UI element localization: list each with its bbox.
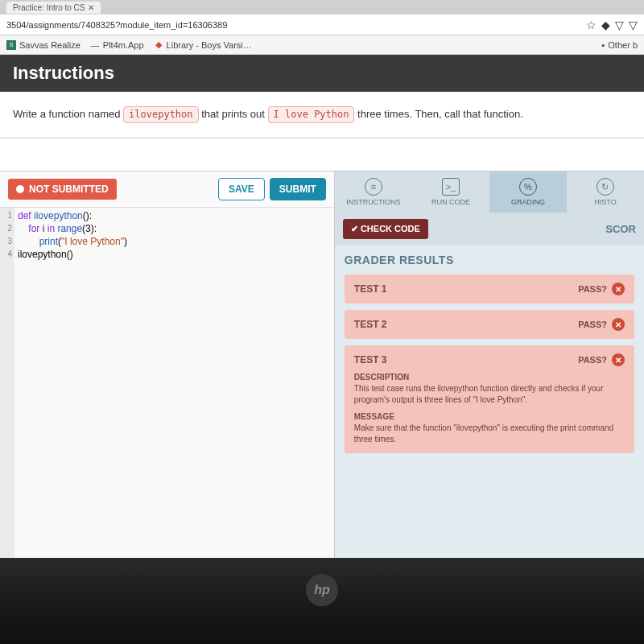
results-title: GRADER RESULTS bbox=[345, 254, 634, 266]
page-header: Instructions bbox=[0, 55, 644, 92]
tab-run-code[interactable]: >_ RUN CODE bbox=[412, 171, 489, 213]
status-badge: NOT SUBMITTED bbox=[8, 179, 117, 200]
close-icon[interactable]: ✕ bbox=[88, 3, 94, 12]
test-row[interactable]: TEST 1 PASS? ✕ bbox=[345, 275, 634, 303]
description-text: This test case runs the ilovepython func… bbox=[354, 383, 625, 406]
instructions-text: Write a function named ilovepython that … bbox=[0, 92, 644, 138]
result-tabs: ≡ INSTRUCTIONS >_ RUN CODE % GRADING ↻ H… bbox=[335, 171, 644, 213]
folder-icon: ▪ bbox=[601, 40, 605, 50]
test-name: TEST 1 bbox=[354, 283, 387, 295]
tab-instructions[interactable]: ≡ INSTRUCTIONS bbox=[335, 171, 412, 213]
tab-grading[interactable]: % GRADING bbox=[489, 171, 567, 213]
tab-title: Practice: Intro to CS bbox=[13, 3, 85, 12]
test-row[interactable]: TEST 2 PASS? ✕ bbox=[345, 310, 634, 339]
save-button[interactable]: SAVE bbox=[218, 178, 265, 200]
message-label: MESSAGE bbox=[354, 412, 625, 421]
description-label: DESCRIPTION bbox=[354, 373, 625, 382]
percent-icon: % bbox=[519, 178, 537, 196]
page-title: Instructions bbox=[13, 63, 631, 84]
code-chip: ilovepython bbox=[123, 106, 198, 123]
check-code-button[interactable]: ✔ CHECK CODE bbox=[343, 219, 428, 239]
status-dot-icon bbox=[16, 185, 24, 193]
line-gutter: 1 2 3 4 bbox=[0, 208, 14, 558]
bookmark-icon: ◆ bbox=[154, 40, 163, 50]
download-icon[interactable]: ▽ bbox=[629, 19, 638, 31]
fail-icon: ✕ bbox=[612, 353, 625, 366]
url-text: 3504/assignments/7408325?module_item_id=… bbox=[6, 20, 586, 30]
fail-icon: ✕ bbox=[612, 283, 625, 295]
history-icon: ↻ bbox=[597, 178, 614, 196]
bookmark-savvas[interactable]: S Savvas Realize bbox=[6, 40, 80, 50]
hp-logo: hp bbox=[306, 574, 338, 606]
code-content[interactable]: def ilovepython(): for i in range(3): pr… bbox=[14, 208, 130, 558]
other-bookmarks[interactable]: ▪ Other b bbox=[601, 40, 638, 50]
laptop-bezel: hp bbox=[0, 558, 644, 644]
bookmark-library[interactable]: ◆ Library - Boys Varsi… bbox=[154, 40, 252, 50]
bookmarks-bar: S Savvas Realize — Plt4m.App ◆ Library -… bbox=[0, 35, 644, 55]
bookmark-plt4m[interactable]: — Plt4m.App bbox=[90, 40, 144, 50]
terminal-icon: >_ bbox=[442, 178, 460, 196]
test-row[interactable]: TEST 3 PASS? ✕ DESCRIPTION This test cas… bbox=[345, 345, 634, 453]
score-label: SCOR bbox=[605, 223, 636, 235]
address-bar[interactable]: 3504/assignments/7408325?module_item_id=… bbox=[0, 14, 644, 35]
browser-tab[interactable]: Practice: Intro to CS ✕ bbox=[6, 2, 101, 14]
info-icon: ≡ bbox=[365, 178, 382, 196]
test-name: TEST 2 bbox=[354, 319, 387, 330]
code-chip: I love Python bbox=[268, 106, 355, 123]
star-icon[interactable]: ☆ bbox=[586, 19, 597, 31]
test-name: TEST 3 bbox=[354, 354, 387, 365]
extension-icon[interactable]: ◆ bbox=[601, 19, 610, 31]
tab-history[interactable]: ↻ HISTO bbox=[567, 171, 644, 213]
bookmark-icon: S bbox=[6, 40, 16, 50]
submit-button[interactable]: SUBMIT bbox=[270, 178, 326, 200]
message-text: Make sure that the function "ilovepython… bbox=[354, 423, 625, 445]
download-icon[interactable]: ▽ bbox=[615, 19, 624, 31]
browser-tab-bar: Practice: Intro to CS ✕ bbox=[0, 0, 644, 14]
bookmark-icon: — bbox=[90, 40, 100, 50]
code-editor[interactable]: 1 2 3 4 def ilovepython(): for i in rang… bbox=[0, 208, 334, 558]
fail-icon: ✕ bbox=[612, 318, 625, 331]
